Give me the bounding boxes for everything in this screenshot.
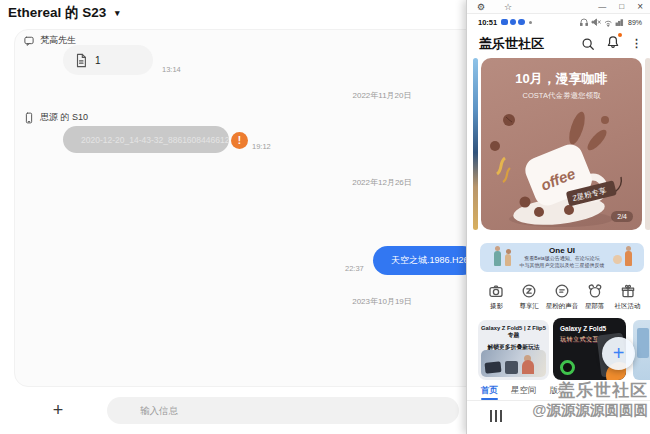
compose-fab-button[interactable]: + xyxy=(602,337,635,370)
tab-star-space[interactable]: 星空间 xyxy=(511,385,537,397)
gear-icon[interactable]: ⚙ xyxy=(477,2,485,12)
file-icon xyxy=(74,53,88,68)
file-name: 天空之城.1986.H26 xyxy=(391,254,469,267)
clock-ring-graphic xyxy=(560,360,575,375)
system-status-icons: 89% xyxy=(579,17,642,27)
shortcut-row: 摄影 尊享汇 星粉的声音 星部落 社区活动 xyxy=(480,283,644,311)
star-icon[interactable]: ☆ xyxy=(504,2,512,12)
add-attachment-button[interactable]: + xyxy=(47,399,69,421)
sender-row: 梵高先生 xyxy=(23,34,76,47)
notifications-button[interactable] xyxy=(606,35,620,53)
more-menu-icon[interactable]: ⋮ xyxy=(631,37,642,50)
recents-nav-icon[interactable] xyxy=(490,410,502,422)
date-separator: 2022年11月20日 xyxy=(327,90,437,101)
date-separator: 2022年12月26日 xyxy=(327,177,437,188)
clock: 10:51 xyxy=(478,18,497,27)
file-message-received[interactable]: 1 xyxy=(63,45,153,75)
app-title: 盖乐世社区 xyxy=(479,35,544,53)
card-photo xyxy=(481,350,546,377)
navigation-bar xyxy=(467,400,650,434)
close-button[interactable]: × xyxy=(637,1,643,12)
mirror-titlebar: ⚙ ☆ — □ × xyxy=(467,0,650,14)
shortcut-fan-voice[interactable]: 星粉的声音 xyxy=(546,283,579,311)
banner-subtitle: COSTA代金券邀您领取 xyxy=(481,91,642,101)
tab-home[interactable]: 首页 xyxy=(481,385,498,397)
carousel-page-indicator: 2/4 xyxy=(611,211,633,222)
people-icon xyxy=(587,283,603,299)
card-title: Galaxy Z Fold5 xyxy=(560,325,626,332)
gift-icon xyxy=(620,283,636,299)
message-input[interactable] xyxy=(107,397,459,424)
warning-badge[interactable]: ! xyxy=(231,132,248,149)
phone-mirror-window: ⚙ ☆ — □ × 10:51 89% 盖乐世社区 xyxy=(466,0,650,434)
bell-icon xyxy=(606,35,620,49)
chevron-down-icon: ▾ xyxy=(115,8,120,18)
oneui-card[interactable]: One UI 查看Beta版公告通知、在论坛论坛 中与其他用户交流以及给三星提供… xyxy=(480,243,644,272)
card-title: Galaxy Z Fold5 | Z Flip5专题 xyxy=(481,325,546,339)
shortcut-photography[interactable]: 摄影 xyxy=(480,283,513,311)
device-title-label: Ethereal 的 S23 xyxy=(8,5,106,20)
file-name: 2020-12-20_14-43-32_8861608446612887.png xyxy=(81,135,229,145)
shortcut-vip-club[interactable]: 尊享汇 xyxy=(513,283,546,311)
search-icon[interactable] xyxy=(581,37,595,51)
app-header: 盖乐世社区 ⋮ xyxy=(467,30,650,57)
message-time: 19:12 xyxy=(252,142,271,151)
expired-file-message[interactable]: 2020-12-20_14-43-32_8861608446612887.png xyxy=(63,126,229,153)
notification-dot xyxy=(618,33,622,37)
shortcut-community-events[interactable]: 社区活动 xyxy=(611,283,644,311)
status-bar: 10:51 89% xyxy=(467,14,650,30)
file-name: 1 xyxy=(95,55,101,66)
maximize-button[interactable]: □ xyxy=(619,2,624,11)
device-selector[interactable]: Ethereal 的 S23 ▾ xyxy=(8,4,120,22)
smartphone-icon xyxy=(23,112,35,124)
minimize-button[interactable]: — xyxy=(598,2,606,11)
message-time: 22:37 xyxy=(345,264,364,273)
feature-card-fold-flip[interactable]: Galaxy Z Fold5 | Z Flip5专题 解锁更多折叠新玩法 xyxy=(478,320,549,380)
oneui-title: One UI xyxy=(480,246,644,255)
carousel-next-sliver[interactable] xyxy=(645,58,650,230)
sender-name: 思源 的 S10 xyxy=(40,111,88,124)
tab-bar: 首页 星空间 版块 xyxy=(467,381,650,400)
z-circle-icon xyxy=(521,283,537,299)
notification-icons xyxy=(501,19,532,26)
tab-boards[interactable]: 版块 xyxy=(550,385,567,397)
promo-banner[interactable]: offee Z星粉专享 10月，漫享咖啡 COSTA代金券邀您领取 2/4 xyxy=(481,58,642,230)
battery-level: 89% xyxy=(628,19,642,26)
banner-title: 10月，漫享咖啡 xyxy=(481,70,642,88)
carousel-previous-sliver[interactable] xyxy=(473,58,478,230)
feature-card-next-sliver[interactable] xyxy=(633,320,650,380)
status-icons xyxy=(579,17,625,27)
oneui-line2: 中与其他用户交流以及给三星提供反馈 xyxy=(480,262,644,269)
message-square-icon xyxy=(23,35,35,47)
camera-icon xyxy=(488,283,504,299)
shortcut-star-tribe[interactable]: 星部落 xyxy=(578,283,611,311)
screen: Ethereal 的 S23 ▾ 梵高先生 1 13:14 2022年11月20… xyxy=(0,0,650,434)
message-time: 13:14 xyxy=(162,65,181,74)
sender-name: 梵高先生 xyxy=(40,34,76,47)
date-separator: 2023年10月19日 xyxy=(327,296,437,307)
sender-row: 思源 的 S10 xyxy=(23,111,88,124)
file-message-sent[interactable]: 天空之城.1986.H26 xyxy=(373,246,477,275)
speech-bubble-icon xyxy=(554,283,570,299)
